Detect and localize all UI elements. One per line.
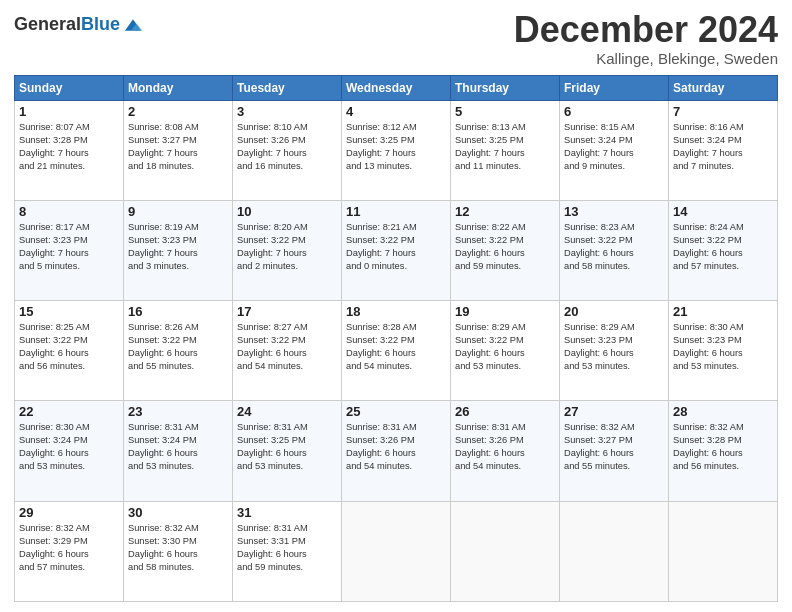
- calendar-header-saturday: Saturday: [669, 75, 778, 100]
- calendar-cell: [669, 501, 778, 601]
- day-number: 3: [237, 104, 337, 119]
- calendar-cell: 15 Sunrise: 8:25 AMSunset: 3:22 PMDaylig…: [15, 301, 124, 401]
- subtitle: Kallinge, Blekinge, Sweden: [514, 50, 778, 67]
- cell-content: Sunrise: 8:31 AMSunset: 3:24 PMDaylight:…: [128, 421, 228, 473]
- calendar-week-row: 15 Sunrise: 8:25 AMSunset: 3:22 PMDaylig…: [15, 301, 778, 401]
- cell-content: Sunrise: 8:29 AMSunset: 3:22 PMDaylight:…: [455, 321, 555, 373]
- calendar-cell: 25 Sunrise: 8:31 AMSunset: 3:26 PMDaylig…: [342, 401, 451, 501]
- calendar-cell: 2 Sunrise: 8:08 AMSunset: 3:27 PMDayligh…: [124, 100, 233, 200]
- calendar-header-monday: Monday: [124, 75, 233, 100]
- cell-content: Sunrise: 8:32 AMSunset: 3:27 PMDaylight:…: [564, 421, 664, 473]
- day-number: 17: [237, 304, 337, 319]
- day-number: 16: [128, 304, 228, 319]
- day-number: 11: [346, 204, 446, 219]
- day-number: 2: [128, 104, 228, 119]
- cell-content: Sunrise: 8:13 AMSunset: 3:25 PMDaylight:…: [455, 121, 555, 173]
- cell-content: Sunrise: 8:31 AMSunset: 3:26 PMDaylight:…: [346, 421, 446, 473]
- day-number: 25: [346, 404, 446, 419]
- calendar-cell: 5 Sunrise: 8:13 AMSunset: 3:25 PMDayligh…: [451, 100, 560, 200]
- calendar-cell: 11 Sunrise: 8:21 AMSunset: 3:22 PMDaylig…: [342, 200, 451, 300]
- day-number: 24: [237, 404, 337, 419]
- day-number: 12: [455, 204, 555, 219]
- calendar-week-row: 29 Sunrise: 8:32 AMSunset: 3:29 PMDaylig…: [15, 501, 778, 601]
- calendar-cell: 16 Sunrise: 8:26 AMSunset: 3:22 PMDaylig…: [124, 301, 233, 401]
- cell-content: Sunrise: 8:32 AMSunset: 3:28 PMDaylight:…: [673, 421, 773, 473]
- day-number: 27: [564, 404, 664, 419]
- day-number: 15: [19, 304, 119, 319]
- calendar-cell: 23 Sunrise: 8:31 AMSunset: 3:24 PMDaylig…: [124, 401, 233, 501]
- cell-content: Sunrise: 8:16 AMSunset: 3:24 PMDaylight:…: [673, 121, 773, 173]
- calendar-cell: [451, 501, 560, 601]
- calendar-header-row: SundayMondayTuesdayWednesdayThursdayFrid…: [15, 75, 778, 100]
- day-number: 23: [128, 404, 228, 419]
- day-number: 22: [19, 404, 119, 419]
- calendar-cell: 26 Sunrise: 8:31 AMSunset: 3:26 PMDaylig…: [451, 401, 560, 501]
- cell-content: Sunrise: 8:31 AMSunset: 3:25 PMDaylight:…: [237, 421, 337, 473]
- day-number: 21: [673, 304, 773, 319]
- calendar-cell: 30 Sunrise: 8:32 AMSunset: 3:30 PMDaylig…: [124, 501, 233, 601]
- cell-content: Sunrise: 8:29 AMSunset: 3:23 PMDaylight:…: [564, 321, 664, 373]
- cell-content: Sunrise: 8:21 AMSunset: 3:22 PMDaylight:…: [346, 221, 446, 273]
- cell-content: Sunrise: 8:26 AMSunset: 3:22 PMDaylight:…: [128, 321, 228, 373]
- day-number: 6: [564, 104, 664, 119]
- cell-content: Sunrise: 8:32 AMSunset: 3:29 PMDaylight:…: [19, 522, 119, 574]
- day-number: 29: [19, 505, 119, 520]
- day-number: 28: [673, 404, 773, 419]
- day-number: 1: [19, 104, 119, 119]
- cell-content: Sunrise: 8:17 AMSunset: 3:23 PMDaylight:…: [19, 221, 119, 273]
- calendar-cell: 10 Sunrise: 8:20 AMSunset: 3:22 PMDaylig…: [233, 200, 342, 300]
- main-title: December 2024: [514, 10, 778, 50]
- calendar-cell: 29 Sunrise: 8:32 AMSunset: 3:29 PMDaylig…: [15, 501, 124, 601]
- calendar-week-row: 8 Sunrise: 8:17 AMSunset: 3:23 PMDayligh…: [15, 200, 778, 300]
- calendar-cell: 14 Sunrise: 8:24 AMSunset: 3:22 PMDaylig…: [669, 200, 778, 300]
- calendar-cell: 21 Sunrise: 8:30 AMSunset: 3:23 PMDaylig…: [669, 301, 778, 401]
- calendar-cell: 17 Sunrise: 8:27 AMSunset: 3:22 PMDaylig…: [233, 301, 342, 401]
- title-block: December 2024 Kallinge, Blekinge, Sweden: [514, 10, 778, 67]
- day-number: 14: [673, 204, 773, 219]
- cell-content: Sunrise: 8:30 AMSunset: 3:23 PMDaylight:…: [673, 321, 773, 373]
- cell-content: Sunrise: 8:25 AMSunset: 3:22 PMDaylight:…: [19, 321, 119, 373]
- calendar-cell: 24 Sunrise: 8:31 AMSunset: 3:25 PMDaylig…: [233, 401, 342, 501]
- calendar-week-row: 1 Sunrise: 8:07 AMSunset: 3:28 PMDayligh…: [15, 100, 778, 200]
- calendar-cell: [342, 501, 451, 601]
- logo-icon: [122, 14, 144, 36]
- calendar-cell: 8 Sunrise: 8:17 AMSunset: 3:23 PMDayligh…: [15, 200, 124, 300]
- cell-content: Sunrise: 8:15 AMSunset: 3:24 PMDaylight:…: [564, 121, 664, 173]
- calendar-header-sunday: Sunday: [15, 75, 124, 100]
- header: GeneralBlue December 2024 Kallinge, Blek…: [14, 10, 778, 67]
- cell-content: Sunrise: 8:19 AMSunset: 3:23 PMDaylight:…: [128, 221, 228, 273]
- day-number: 10: [237, 204, 337, 219]
- day-number: 4: [346, 104, 446, 119]
- cell-content: Sunrise: 8:12 AMSunset: 3:25 PMDaylight:…: [346, 121, 446, 173]
- cell-content: Sunrise: 8:27 AMSunset: 3:22 PMDaylight:…: [237, 321, 337, 373]
- cell-content: Sunrise: 8:31 AMSunset: 3:31 PMDaylight:…: [237, 522, 337, 574]
- day-number: 7: [673, 104, 773, 119]
- cell-content: Sunrise: 8:24 AMSunset: 3:22 PMDaylight:…: [673, 221, 773, 273]
- cell-content: Sunrise: 8:30 AMSunset: 3:24 PMDaylight:…: [19, 421, 119, 473]
- calendar-cell: 27 Sunrise: 8:32 AMSunset: 3:27 PMDaylig…: [560, 401, 669, 501]
- day-number: 26: [455, 404, 555, 419]
- calendar-header-tuesday: Tuesday: [233, 75, 342, 100]
- day-number: 19: [455, 304, 555, 319]
- cell-content: Sunrise: 8:31 AMSunset: 3:26 PMDaylight:…: [455, 421, 555, 473]
- calendar-header-thursday: Thursday: [451, 75, 560, 100]
- cell-content: Sunrise: 8:23 AMSunset: 3:22 PMDaylight:…: [564, 221, 664, 273]
- cell-content: Sunrise: 8:07 AMSunset: 3:28 PMDaylight:…: [19, 121, 119, 173]
- calendar-cell: 18 Sunrise: 8:28 AMSunset: 3:22 PMDaylig…: [342, 301, 451, 401]
- cell-content: Sunrise: 8:08 AMSunset: 3:27 PMDaylight:…: [128, 121, 228, 173]
- calendar-cell: 13 Sunrise: 8:23 AMSunset: 3:22 PMDaylig…: [560, 200, 669, 300]
- day-number: 30: [128, 505, 228, 520]
- logo-text: GeneralBlue: [14, 15, 120, 35]
- day-number: 20: [564, 304, 664, 319]
- calendar-cell: 28 Sunrise: 8:32 AMSunset: 3:28 PMDaylig…: [669, 401, 778, 501]
- day-number: 13: [564, 204, 664, 219]
- calendar-cell: 9 Sunrise: 8:19 AMSunset: 3:23 PMDayligh…: [124, 200, 233, 300]
- calendar-cell: [560, 501, 669, 601]
- cell-content: Sunrise: 8:22 AMSunset: 3:22 PMDaylight:…: [455, 221, 555, 273]
- calendar-cell: 3 Sunrise: 8:10 AMSunset: 3:26 PMDayligh…: [233, 100, 342, 200]
- calendar-cell: 12 Sunrise: 8:22 AMSunset: 3:22 PMDaylig…: [451, 200, 560, 300]
- page: GeneralBlue December 2024 Kallinge, Blek…: [0, 0, 792, 612]
- calendar-week-row: 22 Sunrise: 8:30 AMSunset: 3:24 PMDaylig…: [15, 401, 778, 501]
- day-number: 5: [455, 104, 555, 119]
- cell-content: Sunrise: 8:20 AMSunset: 3:22 PMDaylight:…: [237, 221, 337, 273]
